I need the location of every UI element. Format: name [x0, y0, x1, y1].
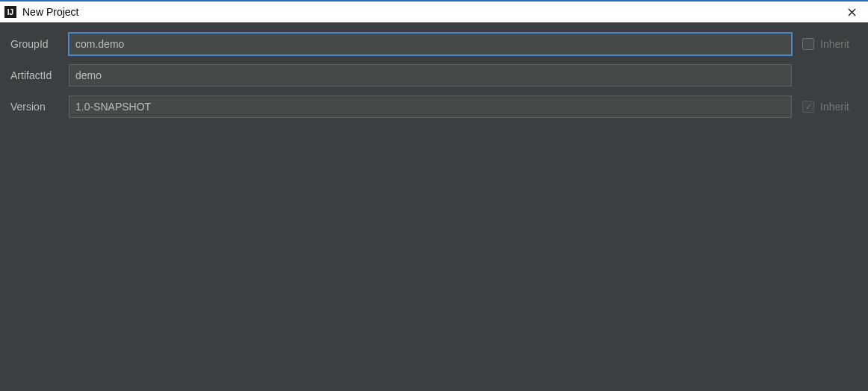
app-icon: IJ — [4, 6, 16, 18]
groupid-inherit-checkbox[interactable]: ✓ — [802, 38, 814, 50]
titlebar: IJ New Project — [0, 0, 868, 22]
artifactid-input[interactable] — [69, 64, 792, 87]
version-inherit-wrap: ✓ Inherit — [792, 101, 861, 113]
close-icon[interactable] — [840, 1, 864, 22]
row-artifactid: ArtifactId ✓ — [10, 64, 861, 87]
row-version: Version ✓ Inherit — [10, 96, 861, 118]
artifactid-label: ArtifactId — [10, 69, 69, 81]
window-title: New Project — [22, 6, 78, 18]
version-input[interactable] — [69, 96, 792, 118]
version-inherit-checkbox[interactable]: ✓ — [802, 101, 814, 113]
groupid-inherit-label: Inherit — [820, 38, 849, 50]
dialog-content: GroupId ✓ Inherit ArtifactId ✓ Version ✓… — [0, 22, 868, 391]
groupid-label: GroupId — [10, 38, 69, 50]
groupid-input[interactable] — [69, 33, 792, 55]
groupid-inherit-wrap: ✓ Inherit — [792, 38, 861, 50]
row-groupid: GroupId ✓ Inherit — [10, 33, 861, 55]
version-inherit-label: Inherit — [820, 101, 849, 113]
version-label: Version — [10, 101, 69, 113]
